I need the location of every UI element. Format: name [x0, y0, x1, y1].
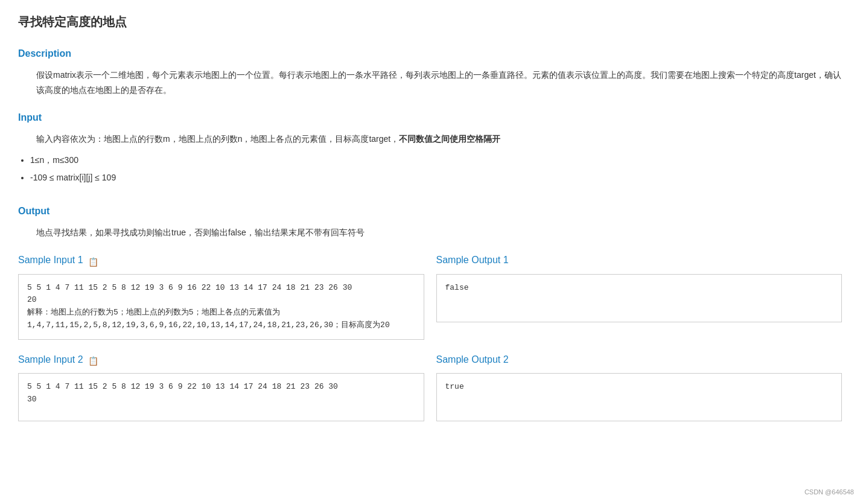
page-title: 寻找特定高度的地点	[18, 12, 842, 31]
output-heading: Output	[18, 203, 842, 219]
sample-input-1-label: Sample Input 1	[18, 252, 83, 268]
sample-input-1-code: 5 5 1 4 7 11 15 2 5 8 12 19 3 6 9 16 22 …	[18, 274, 424, 340]
input-heading: Input	[18, 110, 842, 126]
copy-input-1-icon[interactable]: 📋	[88, 255, 98, 265]
description-section: Description 假设matrix表示一个二维地图，每个元素表示地图上的一…	[18, 46, 842, 98]
sample-output-2-label: Sample Output 2	[436, 352, 509, 368]
copy-input-2-icon[interactable]: 📋	[88, 354, 98, 364]
input-body-prefix: 输入内容依次为：地图上点的行数m，地图上点的列数n，地图上各点的元素值，目标高度…	[36, 134, 399, 144]
description-body: 假设matrix表示一个二维地图，每个元素表示地图上的一个位置。每行表示地图上的…	[18, 68, 842, 98]
sample-output-1-col: Sample Output 1 false	[436, 252, 842, 340]
sample-output-1-heading: Sample Output 1	[436, 252, 842, 268]
sample-output-2-heading: Sample Output 2	[436, 352, 842, 368]
samples-row-1: Sample Input 1 📋 5 5 1 4 7 11 15 2 5 8 1…	[18, 252, 842, 340]
sample-output-2-col: Sample Output 2 true	[436, 352, 842, 422]
constraint-1: 1≤n，m≤300	[30, 153, 842, 168]
constraint-2: -109 ≤ matrix[i][j] ≤ 109	[30, 170, 842, 185]
sample-input-1-col: Sample Input 1 📋 5 5 1 4 7 11 15 2 5 8 1…	[18, 252, 424, 340]
input-constraints: 1≤n，m≤300 -109 ≤ matrix[i][j] ≤ 109	[18, 153, 842, 185]
sample-input-2-col: Sample Input 2 📋 5 5 1 4 7 11 15 2 5 8 1…	[18, 352, 424, 422]
samples-row-2: Sample Input 2 📋 5 5 1 4 7 11 15 2 5 8 1…	[18, 352, 842, 422]
input-section: Input 输入内容依次为：地图上点的行数m，地图上点的列数n，地图上各点的元素…	[18, 110, 842, 185]
input-body: 输入内容依次为：地图上点的行数m，地图上点的列数n，地图上各点的元素值，目标高度…	[18, 132, 842, 147]
sample-input-2-code: 5 5 1 4 7 11 15 2 5 8 12 19 3 6 9 22 10 …	[18, 373, 424, 421]
sample-input-1-heading: Sample Input 1 📋	[18, 252, 424, 268]
sample-output-1-label: Sample Output 1	[436, 252, 509, 268]
sample-input-2-heading: Sample Input 2 📋	[18, 352, 424, 368]
input-body-bold: 不同数值之间使用空格隔开	[399, 134, 500, 144]
output-section: Output 地点寻找结果，如果寻找成功则输出true，否则输出false，输出…	[18, 203, 842, 240]
sample-output-2-code: true	[436, 373, 842, 421]
output-body: 地点寻找结果，如果寻找成功则输出true，否则输出false，输出结果末尾不带有…	[18, 225, 842, 240]
description-heading: Description	[18, 46, 842, 62]
sample-input-2-label: Sample Input 2	[18, 352, 83, 368]
sample-output-1-code: false	[436, 274, 842, 322]
